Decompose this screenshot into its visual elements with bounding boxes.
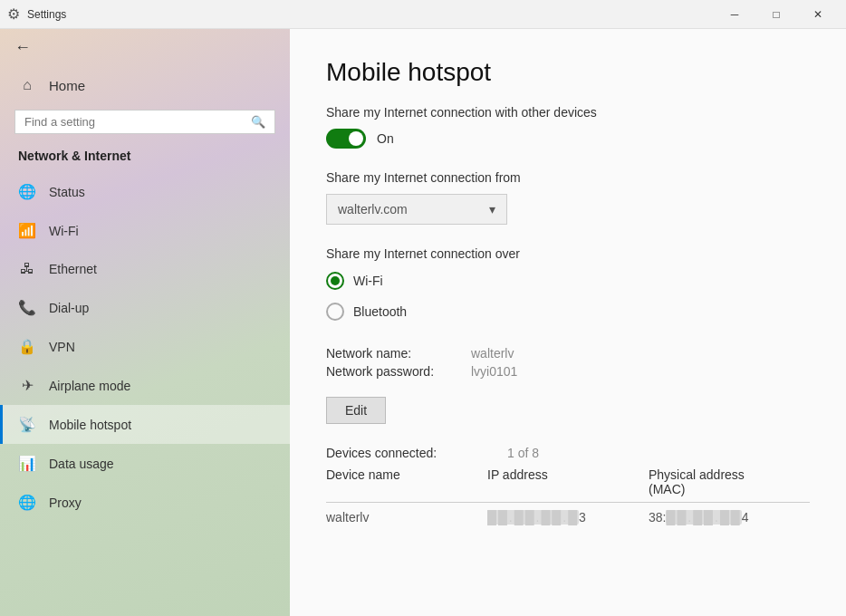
edit-button[interactable]: Edit	[326, 397, 386, 424]
toggle-state-label: On	[377, 131, 394, 146]
sidebar-item-label: Ethernet	[49, 262, 97, 276]
sidebar-item-status[interactable]: 🌐 Status	[0, 172, 290, 211]
sidebar-item-proxy[interactable]: 🌐 Proxy	[0, 483, 290, 522]
mac-address-cell: 38:██.██.██4	[649, 510, 810, 525]
ip-address-cell: ██.██.██.█3	[487, 510, 649, 525]
title-bar-title: Settings	[27, 8, 66, 21]
airplane-icon: ✈	[18, 377, 36, 394]
dropdown-container: walterlv.com ▾	[326, 194, 810, 225]
hotspot-icon: 📡	[18, 416, 36, 433]
sidebar-item-vpn[interactable]: 🔒 VPN	[0, 327, 290, 366]
sidebar-item-airplane[interactable]: ✈ Airplane mode	[0, 366, 290, 405]
device-table-header: Device name IP address Physical address(…	[326, 467, 810, 503]
search-box[interactable]: 🔍	[14, 110, 275, 134]
radio-wifi-label: Wi-Fi	[353, 274, 383, 288]
sidebar-item-label: Status	[49, 185, 85, 199]
search-input[interactable]	[24, 115, 251, 129]
sidebar: ← ⌂ Home 🔍 Network & Internet 🌐 Status 📶…	[0, 29, 290, 616]
wifi-icon: 📶	[18, 222, 36, 239]
share-from-value: walterlv.com	[338, 202, 408, 217]
search-icon: 🔍	[251, 115, 265, 129]
title-bar: ⚙ Settings ─ □ ✕	[0, 0, 846, 29]
chevron-down-icon: ▾	[489, 202, 495, 217]
datausage-icon: 📊	[18, 455, 36, 472]
radio-wifi[interactable]: Wi-Fi	[326, 272, 810, 290]
home-label: Home	[49, 78, 85, 93]
mac-blurred: ██.██.██	[666, 510, 741, 525]
hotspot-toggle[interactable]	[326, 129, 366, 149]
close-button[interactable]: ✕	[797, 0, 839, 29]
devices-connected-label: Devices connected:	[326, 446, 507, 460]
network-name-label: Network name:	[326, 346, 471, 361]
network-password-value: lvyi0101	[471, 364, 517, 379]
col-mac-address-header: Physical address(MAC)	[649, 467, 810, 496]
devices-connected-row: Devices connected: 1 of 8	[326, 446, 810, 460]
sidebar-item-wifi[interactable]: 📶 Wi-Fi	[0, 211, 290, 250]
network-name-row: Network name: walterlv	[326, 346, 810, 361]
table-row: walterlv ██.██.██.█3 38:██.██.██4	[326, 510, 810, 525]
col-device-name-header: Device name	[326, 467, 487, 496]
toggle-row: On	[326, 129, 810, 149]
title-bar-controls: ─ □ ✕	[714, 0, 839, 29]
settings-icon: ⚙	[7, 5, 20, 23]
share-from-label: Share my Internet connection from	[326, 170, 810, 185]
sidebar-item-label: Proxy	[49, 496, 82, 510]
status-icon: 🌐	[18, 183, 36, 200]
ip-blurred: ██.██.██.█	[487, 510, 579, 525]
share-over-label: Share my Internet connection over	[326, 246, 810, 261]
page-title: Mobile hotspot	[326, 58, 810, 87]
sidebar-item-hotspot[interactable]: 📡 Mobile hotspot	[0, 405, 290, 444]
main-content: Mobile hotspot Share my Internet connect…	[290, 29, 846, 616]
sidebar-section-title: Network & Internet	[0, 145, 290, 172]
radio-bluetooth-circle[interactable]	[326, 303, 344, 321]
radio-wifi-circle[interactable]	[326, 272, 344, 290]
share-from-dropdown[interactable]: walterlv.com ▾	[326, 194, 507, 225]
radio-group: Wi-Fi Bluetooth	[326, 272, 810, 321]
share-connection-label: Share my Internet connection with other …	[326, 105, 810, 120]
radio-bluetooth[interactable]: Bluetooth	[326, 303, 810, 321]
sidebar-item-dialup[interactable]: 📞 Dial-up	[0, 288, 290, 327]
app-body: ← ⌂ Home 🔍 Network & Internet 🌐 Status 📶…	[0, 29, 846, 616]
ethernet-icon: 🖧	[18, 261, 36, 277]
sidebar-item-label: Mobile hotspot	[49, 418, 131, 432]
devices-connected-value: 1 of 8	[507, 446, 539, 460]
sidebar-item-home[interactable]: ⌂ Home	[0, 66, 290, 104]
sidebar-item-label: Dial-up	[49, 301, 89, 315]
network-name-value: walterlv	[471, 346, 514, 361]
sidebar-item-label: Wi-Fi	[49, 224, 79, 238]
radio-bluetooth-label: Bluetooth	[353, 304, 407, 319]
col-ip-address-header: IP address	[487, 467, 649, 496]
device-name-cell: walterlv	[326, 510, 487, 525]
back-button[interactable]: ←	[0, 29, 290, 66]
minimize-button[interactable]: ─	[714, 0, 755, 29]
sidebar-item-label: Airplane mode	[49, 379, 130, 393]
maximize-button[interactable]: □	[755, 0, 797, 29]
proxy-icon: 🌐	[18, 494, 36, 511]
back-arrow-icon: ←	[14, 38, 31, 57]
network-password-label: Network password:	[326, 364, 471, 379]
network-info-table: Network name: walterlv Network password:…	[326, 346, 810, 379]
sidebar-item-label: VPN	[49, 340, 75, 354]
sidebar-item-ethernet[interactable]: 🖧 Ethernet	[0, 250, 290, 288]
sidebar-item-datausage[interactable]: 📊 Data usage	[0, 444, 290, 483]
home-icon: ⌂	[18, 77, 36, 93]
vpn-icon: 🔒	[18, 338, 36, 355]
title-bar-left: ⚙ Settings	[7, 5, 714, 23]
sidebar-item-label: Data usage	[49, 457, 114, 471]
network-password-row: Network password: lvyi0101	[326, 364, 810, 379]
dialup-icon: 📞	[18, 299, 36, 316]
